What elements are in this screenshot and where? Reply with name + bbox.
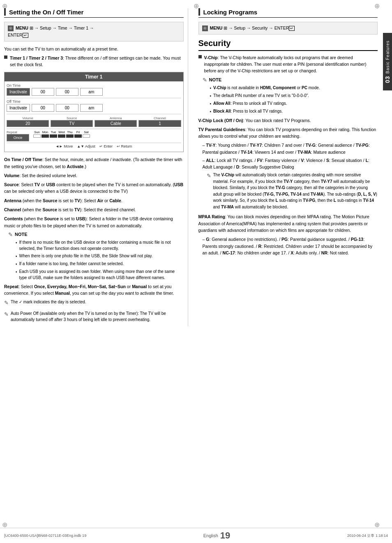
off-time-activate[interactable]: Inactivate	[7, 104, 30, 112]
timer-bullet-bold: Timer 1 / Timer 2 / Timer 3	[10, 55, 63, 60]
vchip-note-header: ✎ NOTE	[203, 77, 378, 83]
repeat-value[interactable]: Once	[7, 134, 29, 141]
on-time-label: On Time	[7, 83, 181, 88]
day-wed-box[interactable]	[58, 134, 65, 138]
auto-note-text: Auto Power Off (available only when the …	[11, 310, 184, 323]
repeat-desc: Repeat: Select Once, Everyday, Mon~Fri, …	[4, 283, 184, 297]
page-footer: [UC6400-6500-USA]BN68-02711E-03Eng.indb …	[0, 528, 392, 543]
vchip-bullet-text: V-Chip: The V-Chip feature automatically…	[204, 54, 378, 74]
menu-path-left: ㊙ MENU ⊞ → Setup → Time → Timer 1 → ENTE…	[4, 22, 184, 42]
on-time-min[interactable]: 00	[56, 88, 78, 96]
volume-cell: Volume 20	[7, 116, 49, 127]
chapter-tab: 03 Basic Features	[383, 33, 392, 90]
vchip-bullet: V-Chip: The V-Chip feature automatically…	[198, 54, 378, 74]
on-time-hour[interactable]: 00	[32, 88, 54, 96]
vchip-bullet-square	[198, 55, 202, 58]
note-dot-2: •	[16, 253, 17, 259]
mpaa-desc: MPAA Rating: You can block movies depend…	[198, 213, 378, 233]
date-info: 2010-06-24 오후 1:18:14	[347, 533, 388, 538]
day-thu-box[interactable]	[66, 134, 74, 138]
right-section-title: Locking Programs	[203, 9, 258, 16]
day-sun-box[interactable]	[33, 134, 41, 138]
vchip-note-text-4: Block All: Press to lock all TV ratings.	[213, 108, 283, 114]
note-text-3: If a folder name is too long, the folder…	[19, 261, 124, 267]
timer-title: Timer 1	[5, 72, 183, 81]
note-label: NOTE	[15, 232, 28, 237]
nav-adjust: ▲▼ Adjust	[77, 144, 95, 148]
timer-settings-row: Volume 20 Source TV Antenna Cable Chan	[7, 116, 181, 127]
day-sun: Sun	[33, 130, 41, 138]
vchip-note-item-4: • Block All: Press to lock all TV rating…	[210, 108, 378, 115]
nav-enter: ↵ Enter	[99, 144, 113, 148]
off-time-fields: Inactivate 00 00 am	[7, 104, 181, 112]
note-dot-4: •	[16, 269, 17, 275]
timer-bullet-item: Timer 1 / Timer 2 / Timer 3: Three diffe…	[4, 55, 184, 68]
checkmark-note-text: The ✓ mark indicates the day is selected…	[11, 299, 86, 305]
crosshair-top-left: ⊕	[2, 2, 7, 10]
note-text-4: Each USB you use is assigned its own fol…	[19, 268, 184, 281]
tv-parental-item-1: TV-Y: Young children / TV-Y7: Children 7…	[203, 142, 378, 155]
source-label: Source	[67, 116, 77, 120]
volume-value[interactable]: 20	[7, 120, 49, 127]
security-heading: Security	[198, 39, 378, 51]
vchip-note-item-3: • Allow All: Press to unlock all TV rati…	[210, 100, 378, 107]
channel-value[interactable]: 1	[138, 120, 181, 127]
channel-desc: Channel (when the Source is set to TV): …	[4, 206, 184, 213]
source-value[interactable]: TV	[51, 120, 93, 127]
bullet-square	[4, 55, 7, 59]
contents-desc: Contents (when the Source is set to USB)…	[4, 215, 184, 229]
off-time-label: Off Time	[7, 99, 181, 104]
day-thu: Thu	[66, 130, 74, 138]
checkmark-note: ✎ The ✓ mark indicates the day is select…	[4, 299, 184, 307]
antenna-value[interactable]: Cable	[95, 120, 137, 127]
vchip-sub-note-icon: ✎	[207, 172, 211, 180]
note-dot-1: •	[16, 240, 17, 246]
antenna-label: Antenna	[110, 116, 122, 120]
volume-label: Volume	[22, 116, 33, 120]
vchip-note-label: NOTE	[209, 77, 222, 82]
days-row: Sun Mon Tue	[33, 130, 90, 138]
on-time-ampm[interactable]: am	[80, 88, 103, 96]
off-time-hour[interactable]: 00	[32, 104, 54, 112]
checkmark-note-icon: ✎	[4, 299, 9, 307]
day-mon-box[interactable]	[42, 134, 49, 138]
day-tue-box[interactable]	[50, 134, 57, 138]
volume-desc: Volume: Set the desired volume level.	[4, 172, 184, 179]
crosshair-top-right: ⊕	[374, 2, 380, 10]
tv-parental-item-2: ALL: Lock all TV ratings. / FV: Fantasy …	[203, 157, 378, 171]
on-time-activate[interactable]: Inactivate	[7, 88, 30, 96]
days-container: Sun Mon Tue	[33, 130, 90, 138]
timer-divider-1	[7, 98, 181, 98]
crosshair-center-top: ⊕	[194, 2, 199, 10]
main-content: Setting the On / Off Timer ㊙ MENU ⊞ → Se…	[0, 0, 392, 335]
day-fri-box[interactable]	[74, 134, 82, 138]
page-language: English	[203, 533, 218, 538]
chapter-label: Basic Features	[385, 40, 390, 74]
day-sat: Sat	[83, 130, 90, 138]
on-off-time-desc: On Time / Off Time: Set the hour, minute…	[4, 156, 184, 170]
tv-parental-desc: TV Parental Guidelines: You can block TV…	[198, 126, 378, 140]
source-desc: Source: Select TV or USB content to be p…	[4, 181, 184, 195]
day-sat-box[interactable]	[83, 134, 90, 138]
channel-cell: Channel 1	[138, 116, 181, 127]
note-item-4: • Each USB you use is assigned its own f…	[16, 268, 184, 281]
antenna-cell: Antenna Cable	[95, 116, 137, 127]
vchip-sub-note: ✎ The V-Chip will automatically block ce…	[207, 172, 378, 210]
vchip-note-item-2: • The default PIN number of a new TV set…	[210, 92, 378, 99]
vchip-note-text-2: The default PIN number of a new TV set i…	[213, 92, 309, 99]
timer-note-section: ✎ NOTE • If there is no music file on th…	[8, 231, 184, 281]
note-item-3: • If a folder name is too long, the fold…	[16, 261, 184, 267]
on-time-fields: Inactivate 00 00 am	[7, 88, 181, 96]
nav-move: ◄► Move	[55, 144, 73, 148]
timer-divider-3	[7, 129, 181, 129]
left-section-heading: Setting the On / Off Timer	[4, 8, 184, 18]
channel-label: Channel	[154, 116, 166, 120]
source-cell: Source TV	[51, 116, 93, 127]
note-items: • If there is no music file on the USB d…	[16, 239, 184, 281]
repeat-label: Repeat	[7, 130, 23, 134]
off-time-ampm[interactable]: am	[80, 104, 103, 112]
right-column: Locking Programs ㊙ MENU ⊞ → Setup → Secu…	[196, 8, 388, 326]
note-dot-3: •	[16, 261, 17, 267]
vchip-note-icon: ✎	[203, 77, 207, 83]
off-time-min[interactable]: 00	[56, 104, 78, 112]
